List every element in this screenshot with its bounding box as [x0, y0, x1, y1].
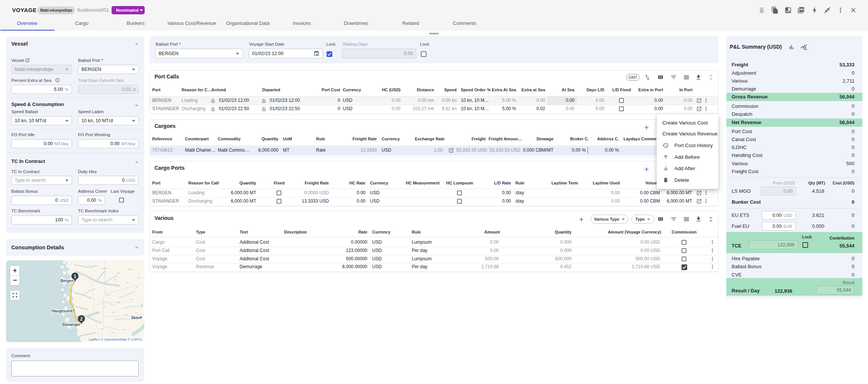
svg-text:Bergen: Bergen	[61, 279, 73, 283]
svg-text:Skien: Skien	[131, 316, 141, 320]
svg-text:Leaflet | © OpenStreetMap © CA: Leaflet | © OpenStreetMap © CARTO	[89, 338, 142, 341]
svg-text:1: 1	[74, 274, 76, 279]
svg-text:Stavanger: Stavanger	[62, 323, 80, 327]
svg-text:Haugesund: Haugesund	[52, 309, 72, 313]
svg-text:2: 2	[80, 316, 83, 322]
